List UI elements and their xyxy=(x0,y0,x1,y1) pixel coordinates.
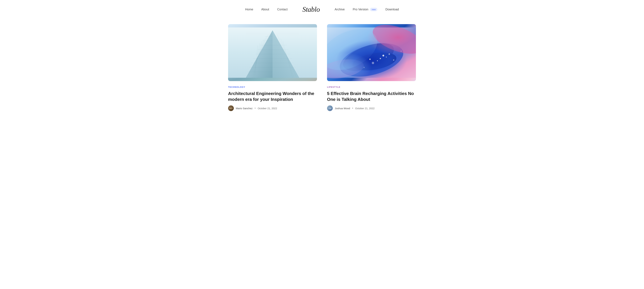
nav-archive[interactable]: Archive xyxy=(334,8,345,11)
avatar-joshua: JW xyxy=(327,105,333,111)
post-category-1: TECHNOLOGY xyxy=(228,86,317,88)
site-header: Home About Contact Stablo Archive Pro Ve… xyxy=(0,0,644,17)
avatar-mario: MS xyxy=(228,105,234,111)
post-title-2: 5 Effective Brain Recharging Activities … xyxy=(327,91,416,102)
badge-new: new xyxy=(370,8,377,11)
svg-point-44 xyxy=(386,57,387,57)
svg-point-51 xyxy=(364,67,364,68)
post-date-1: October 21, 2022 xyxy=(258,107,277,110)
nav-home[interactable]: Home xyxy=(245,8,253,11)
svg-point-42 xyxy=(382,55,384,56)
post-title-1: Architectural Engineering Wonders of the… xyxy=(228,91,317,102)
author-avatar-1: MS xyxy=(228,105,234,111)
svg-point-49 xyxy=(369,58,371,60)
post-date-2: October 21, 2022 xyxy=(355,107,375,110)
post-card-2[interactable]: LIFESTYLE 5 Effective Brain Recharging A… xyxy=(327,24,416,111)
brain-svg xyxy=(327,24,416,81)
nav-left: Home About Contact xyxy=(245,8,288,11)
svg-point-43 xyxy=(380,58,381,59)
site-logo[interactable]: Stablo xyxy=(302,5,320,13)
nav-download[interactable]: Download xyxy=(386,8,399,11)
svg-point-50 xyxy=(401,51,402,52)
post-image-architecture xyxy=(228,24,317,81)
post-category-2: LIFESTYLE xyxy=(327,86,416,88)
meta-dot-1: • xyxy=(254,107,256,110)
svg-point-48 xyxy=(393,59,394,61)
post-image-wrapper-1 xyxy=(228,24,317,81)
post-image-wrapper-2 xyxy=(327,24,416,81)
author-name-2: Joshua Wood xyxy=(335,107,350,110)
post-image-brain xyxy=(327,24,416,81)
svg-point-47 xyxy=(372,62,374,64)
post-meta-1: MS Mario Sanchez • October 21, 2022 xyxy=(228,105,317,111)
nav-about[interactable]: About xyxy=(261,8,269,11)
architecture-svg xyxy=(228,24,317,81)
svg-rect-41 xyxy=(327,27,416,78)
author-avatar-2: JW xyxy=(327,105,333,111)
svg-point-46 xyxy=(377,60,378,61)
main-content: TECHNOLOGY Architectural Engineering Won… xyxy=(201,17,443,124)
nav-right: Archive Pro Version new Download xyxy=(334,8,399,11)
svg-point-45 xyxy=(388,53,390,55)
author-name-1: Mario Sanchez xyxy=(236,107,252,110)
posts-grid: TECHNOLOGY Architectural Engineering Won… xyxy=(228,24,416,111)
post-meta-2: JW Joshua Wood • October 21, 2022 xyxy=(327,105,416,111)
meta-dot-2: • xyxy=(352,107,353,110)
post-card-1[interactable]: TECHNOLOGY Architectural Engineering Won… xyxy=(228,24,317,111)
nav-pro-version-wrapper: Pro Version new xyxy=(353,8,377,11)
nav-contact[interactable]: Contact xyxy=(277,8,288,11)
main-nav: Home About Contact Stablo Archive Pro Ve… xyxy=(245,5,399,13)
nav-pro-version[interactable]: Pro Version xyxy=(353,8,368,11)
